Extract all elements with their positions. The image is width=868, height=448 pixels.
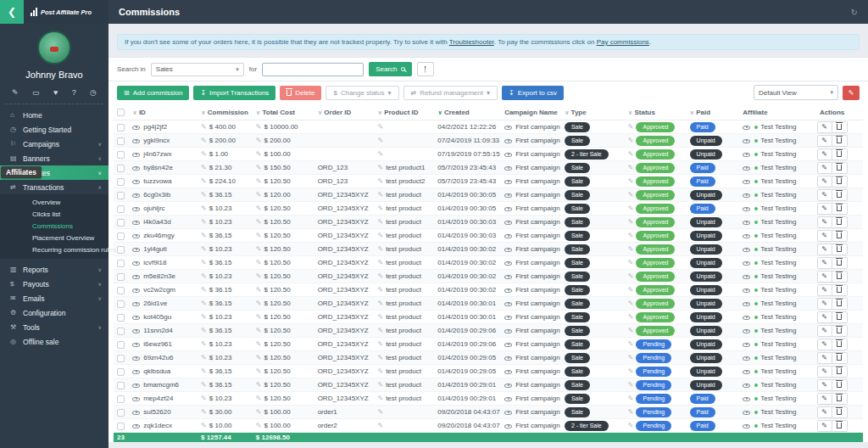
view-icon[interactable] <box>132 370 140 374</box>
view-icon[interactable] <box>743 288 750 293</box>
filter-button[interactable] <box>417 62 434 76</box>
view-icon[interactable] <box>504 424 512 428</box>
heart-icon[interactable]: ♥ <box>53 88 58 97</box>
view-icon[interactable] <box>743 153 750 157</box>
sidebar-collapse-button[interactable]: ❮ <box>0 0 24 24</box>
column-header-paid[interactable]: ∨Paid <box>687 104 740 120</box>
edit-row-button[interactable]: ✎ <box>817 271 832 283</box>
edit-row-button[interactable]: ✎ <box>817 284 832 296</box>
edit-icon[interactable]: ✎ <box>201 408 207 416</box>
view-icon[interactable] <box>132 180 140 184</box>
view-icon[interactable] <box>743 411 750 415</box>
row-checkbox[interactable] <box>117 151 125 159</box>
sidebar-item-emails[interactable]: ✉Emails∨ <box>0 291 108 305</box>
edit-row-button[interactable]: ✎ <box>817 203 832 215</box>
column-header-affiliate[interactable]: Affiliate <box>739 104 801 120</box>
view-icon[interactable] <box>504 207 512 211</box>
sidebar-item-reports[interactable]: ▥Reports∨ <box>0 262 108 277</box>
submenu-item-commissions[interactable]: Commissions <box>0 221 108 232</box>
edit-icon[interactable]: ✎ <box>628 286 634 294</box>
pencil-icon[interactable]: ✎ <box>12 88 19 97</box>
refund-management-dropdown[interactable]: ⇄ Refund management ▾ <box>403 86 498 100</box>
view-icon[interactable] <box>132 193 140 198</box>
view-icon[interactable] <box>132 411 140 415</box>
view-icon[interactable] <box>132 166 140 171</box>
view-icon[interactable] <box>743 126 750 130</box>
import-transactions-button[interactable]: ↧ Import Transactions <box>193 86 275 100</box>
edit-icon[interactable]: ✎ <box>628 123 634 131</box>
edit-icon[interactable]: ✎ <box>256 177 262 185</box>
edit-row-button[interactable]: ✎ <box>817 257 832 269</box>
edit-icon[interactable]: ✎ <box>201 300 207 307</box>
pay-commissions-link[interactable]: Pay commissions <box>597 38 649 46</box>
delete-row-button[interactable] <box>832 271 848 283</box>
view-icon[interactable] <box>743 302 750 306</box>
column-header-campaign[interactable]: Campaign Name <box>501 104 561 120</box>
edit-icon[interactable]: ✎ <box>377 408 383 416</box>
edit-icon[interactable]: ✎ <box>201 381 207 389</box>
edit-icon[interactable]: ✎ <box>377 245 383 253</box>
edit-icon[interactable]: ✎ <box>256 137 262 144</box>
sidebar-item-configuration[interactable]: ⚙Configuration <box>0 305 108 320</box>
view-icon[interactable] <box>743 207 750 211</box>
submenu-item-overview[interactable]: Overview <box>0 197 108 209</box>
edit-icon[interactable]: ✎ <box>256 422 262 429</box>
view-icon[interactable] <box>132 384 140 388</box>
edit-icon[interactable]: ✎ <box>377 286 383 294</box>
row-checkbox[interactable] <box>117 395 125 403</box>
view-icon[interactable] <box>504 329 512 333</box>
view-icon[interactable] <box>504 370 512 374</box>
view-icon[interactable] <box>743 424 750 428</box>
view-icon[interactable] <box>743 261 750 266</box>
view-icon[interactable] <box>504 316 512 320</box>
sidebar-item-getting-started[interactable]: ◷Getting Started <box>0 122 108 137</box>
change-status-dropdown[interactable]: $ Change status ▾ <box>326 86 398 100</box>
column-header-id[interactable]: ∨ID <box>129 104 198 120</box>
view-icon[interactable] <box>504 221 512 225</box>
edit-icon[interactable]: ✎ <box>377 395 383 402</box>
edit-icon[interactable]: ✎ <box>628 245 634 253</box>
sidebar-item-banners[interactable]: ▤Banners∨ <box>0 151 108 165</box>
edit-icon[interactable]: ✎ <box>377 354 383 361</box>
delete-row-button[interactable] <box>832 216 848 228</box>
delete-row-button[interactable] <box>832 311 848 323</box>
column-header-product_id[interactable]: ∨Product ID <box>374 104 434 120</box>
view-icon[interactable] <box>743 384 750 388</box>
edit-icon[interactable]: ✎ <box>628 164 634 171</box>
sidebar-item-offline-sale[interactable]: ◎Offline sale <box>0 334 108 349</box>
row-checkbox[interactable] <box>117 300 125 308</box>
view-icon[interactable] <box>132 248 140 252</box>
edit-icon[interactable]: ✎ <box>201 150 207 158</box>
row-checkbox[interactable] <box>117 423 125 430</box>
edit-icon[interactable]: ✎ <box>377 177 383 185</box>
submenu-item-placement-overview[interactable]: Placement Overview <box>0 232 108 244</box>
edit-row-button[interactable]: ✎ <box>817 339 832 350</box>
edit-icon[interactable]: ✎ <box>256 340 262 348</box>
edit-icon[interactable]: ✎ <box>377 137 383 144</box>
edit-icon[interactable]: ✎ <box>628 150 634 158</box>
view-icon[interactable] <box>132 316 140 320</box>
view-icon[interactable] <box>743 139 750 143</box>
edit-row-button[interactable]: ✎ <box>817 244 832 255</box>
edit-row-button[interactable]: ✎ <box>817 189 832 201</box>
row-checkbox[interactable] <box>117 124 125 132</box>
row-checkbox[interactable] <box>117 409 125 417</box>
view-icon[interactable] <box>504 411 512 415</box>
edit-icon[interactable]: ✎ <box>201 137 207 144</box>
row-checkbox[interactable] <box>117 355 125 362</box>
edit-icon[interactable]: ✎ <box>377 204 383 212</box>
edit-icon[interactable]: ✎ <box>201 177 207 185</box>
edit-icon[interactable]: ✎ <box>256 395 262 402</box>
view-icon[interactable] <box>504 139 512 143</box>
column-header-order_id[interactable]: ∨Order ID <box>314 104 375 120</box>
delete-row-button[interactable] <box>832 230 848 242</box>
delete-row-button[interactable] <box>832 162 848 174</box>
sidebar-item-home[interactable]: ⌂Home <box>0 108 108 122</box>
view-select[interactable]: Default View ▾ <box>754 85 838 100</box>
view-icon[interactable] <box>743 166 750 171</box>
edit-icon[interactable]: ✎ <box>628 354 634 361</box>
sidebar-item-transactions[interactable]: ⇄Transactions∧ <box>0 180 108 194</box>
view-icon[interactable] <box>743 234 750 238</box>
row-checkbox[interactable] <box>117 314 125 322</box>
edit-icon[interactable]: ✎ <box>201 164 207 171</box>
